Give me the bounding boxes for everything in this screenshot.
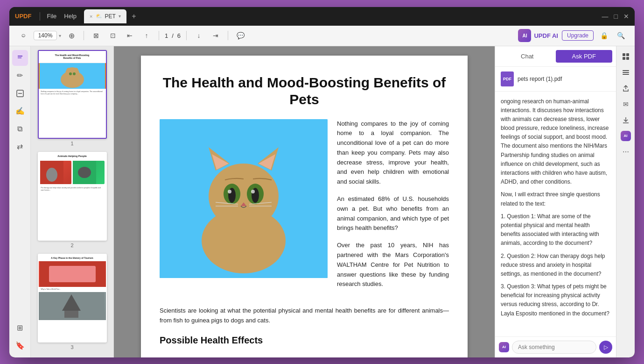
edit-tool-button[interactable] xyxy=(12,50,28,66)
thumbnail-item[interactable]: The Health and Mood-BoostingBenefits of … xyxy=(35,50,110,146)
ai-tab-askpdf[interactable]: Ask PDF xyxy=(556,50,613,63)
nav-prev-button[interactable]: ↑ xyxy=(140,29,153,42)
title-divider xyxy=(40,12,40,21)
thumbnail-item[interactable]: Animals Helping People xyxy=(35,152,110,248)
thumbnail-num-3: 3 xyxy=(70,344,73,350)
mail-button[interactable]: ✉ xyxy=(619,98,632,111)
tab-pet[interactable]: × ⛅ PET ▾ xyxy=(84,9,126,23)
main-area: ✏ ✍ ⧉ ⇄ ⊞ 🔖 The Health and Mood-Boosting… xyxy=(9,46,635,357)
thumb1-image xyxy=(39,63,106,89)
annotate-tool-button[interactable]: ✏ xyxy=(12,68,28,84)
nav-first-button[interactable]: ⇤ xyxy=(123,29,136,42)
thumb3-img-top xyxy=(39,261,106,287)
list-view-button[interactable] xyxy=(619,66,632,79)
ai-file-name: pets report (1).pdf xyxy=(518,76,562,82)
svg-rect-1 xyxy=(18,56,22,57)
ai-send-button[interactable]: ▷ xyxy=(599,341,612,354)
svg-point-15 xyxy=(78,167,91,178)
stamp-tool-button[interactable] xyxy=(12,86,28,101)
ai-assist-button[interactable]: AI xyxy=(619,129,632,143)
ai-question-2: 2. Question 2: How can therapy dogs help… xyxy=(501,252,610,279)
ai-panel: Chat Ask PDF PDF pets report (1).pdf ong… xyxy=(495,46,616,357)
svg-point-13 xyxy=(46,168,57,182)
comment-button[interactable]: 💬 xyxy=(234,29,247,42)
thumbnail-page-2[interactable]: Animals Helping People xyxy=(38,152,107,241)
left-toolbar: ✏ ✍ ⧉ ⇄ ⊞ 🔖 xyxy=(9,46,31,357)
thumbnail-page-3[interactable]: A Key Phase in the History of Tourism Wh… xyxy=(38,254,107,343)
updf-ai-button[interactable]: AI UPDF AI xyxy=(518,29,558,42)
svg-rect-2 xyxy=(18,57,21,58)
toolbar-sep-1 xyxy=(84,31,84,40)
close-button[interactable]: ✕ xyxy=(623,13,629,20)
app-logo: UPDF xyxy=(15,13,31,20)
pdf-content: Nothing compares to the joy of coming ho… xyxy=(160,119,449,297)
menu-file[interactable]: File xyxy=(47,13,56,20)
upgrade-button[interactable]: Upgrade xyxy=(562,30,594,41)
pdf-page: The Health and Mood-Boosting Benefits of… xyxy=(141,56,468,357)
page-current: 1 xyxy=(165,32,168,39)
ai-question-1: 1. Question 1: What are some of the pote… xyxy=(501,212,610,248)
thumbnail-page-1[interactable]: The Health and Mood-BoostingBenefits of … xyxy=(38,50,107,139)
more-options-button[interactable]: ⋯ xyxy=(619,145,632,158)
pdf-section-title: Possible Health Effects xyxy=(160,335,449,346)
ai-messages: ongoing research on human-animal interac… xyxy=(495,92,616,336)
svg-rect-17 xyxy=(49,266,96,282)
thumb3-text: Why to Take a World Tour... xyxy=(39,287,106,293)
menu-bar: File Help xyxy=(47,13,77,20)
zoom-in-button[interactable]: ⊕ xyxy=(65,29,78,42)
ai-message-content: ongoing research on human-animal interac… xyxy=(501,97,610,318)
zoom-out-button[interactable]: ○ − xyxy=(17,29,30,42)
toolbar-sep-2 xyxy=(159,31,159,40)
thumb3-header: A Key Phase in the History of Tourism xyxy=(39,255,106,261)
ai-tab-chat[interactable]: Chat xyxy=(499,50,556,63)
svg-point-33 xyxy=(251,190,255,193)
sign-tool-button[interactable]: ✍ xyxy=(12,103,28,119)
thumb2-text: Pet therapy can help reduce anxiety and … xyxy=(39,186,106,193)
view-mode-button[interactable] xyxy=(619,50,632,63)
left-toolbar-bottom: ⊞ 🔖 xyxy=(12,320,28,354)
tab-add-button[interactable]: + xyxy=(128,11,140,22)
app-window: UPDF File Help × ⛅ PET ▾ + — □ ✕ ○ − xyxy=(9,7,635,357)
pdf-cat-image xyxy=(160,119,328,278)
zoom-value[interactable]: 140% xyxy=(34,31,57,40)
tab-close-icon[interactable]: × xyxy=(90,14,92,19)
updf-ai-icon: AI xyxy=(518,29,531,42)
minimize-button[interactable]: — xyxy=(602,13,609,20)
lock-button[interactable]: 🔒 xyxy=(597,29,610,42)
svg-rect-20 xyxy=(64,311,78,318)
nav-last-button[interactable]: ⇥ xyxy=(209,29,222,42)
thumb3-img-bottom xyxy=(39,292,106,320)
svg-point-10 xyxy=(69,72,72,75)
window-controls: — □ ✕ xyxy=(602,13,629,20)
svg-rect-40 xyxy=(626,53,629,56)
layers-tool-button[interactable]: ⊞ xyxy=(12,320,28,336)
pdf-viewer[interactable]: The Health and Mood-Boosting Benefits of… xyxy=(114,46,495,357)
bookmark-tool-button[interactable]: 🔖 xyxy=(12,338,28,354)
ai-input-field[interactable] xyxy=(512,341,596,354)
ai-intro-text: Now, I will extract three single questio… xyxy=(501,190,610,208)
ai-input-area: AI ▷ xyxy=(495,336,616,357)
convert-tool-button[interactable]: ⇄ xyxy=(12,139,28,155)
svg-rect-41 xyxy=(623,57,625,60)
page-total: 6 xyxy=(177,32,181,39)
pdf-paragraph-3: Over the past 10 years, NIH has partnere… xyxy=(337,241,449,289)
share-button[interactable] xyxy=(619,82,632,95)
download-button[interactable] xyxy=(619,114,632,127)
file-type-label: PDF xyxy=(503,77,511,81)
fit-width-button[interactable]: ⊡ xyxy=(106,29,119,42)
thumbnail-item[interactable]: A Key Phase in the History of Tourism Wh… xyxy=(35,254,110,350)
thumb2-header: Animals Helping People xyxy=(39,153,106,159)
nav-next-button[interactable]: ↓ xyxy=(192,29,205,42)
ai-icon-small: AI xyxy=(621,131,631,141)
maximize-button[interactable]: □ xyxy=(614,13,618,20)
organize-tool-button[interactable]: ⧉ xyxy=(12,121,28,137)
search-button[interactable]: 🔍 xyxy=(614,29,627,42)
ai-file-info: PDF pets report (1).pdf xyxy=(495,67,616,92)
pdf-bottom-text: Scientists are looking at what the poten… xyxy=(160,306,449,326)
menu-help[interactable]: Help xyxy=(64,13,77,20)
thumbnail-num-2: 2 xyxy=(70,243,73,248)
updf-ai-label: UPDF AI xyxy=(534,32,558,39)
toolbar: ○ − 140% ▾ ⊕ ⊠ ⊡ ⇤ ↑ 1 / 6 ↓ ⇥ 💬 AI UPDF… xyxy=(9,26,635,46)
thumb1-header: The Health and Mood-BoostingBenefits of … xyxy=(39,51,106,63)
fit-page-button[interactable]: ⊠ xyxy=(90,29,103,42)
